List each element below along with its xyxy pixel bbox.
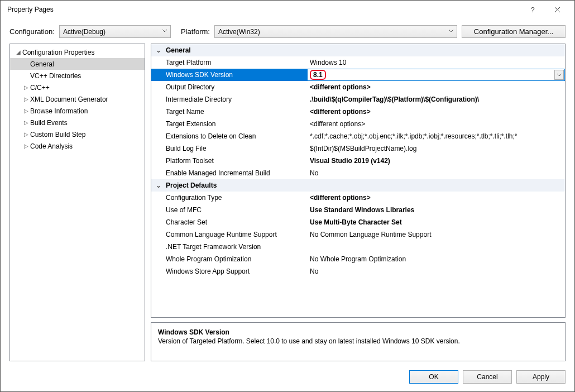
svg-text:?: ? <box>531 6 535 13</box>
expand-icon: ▷ <box>22 108 30 114</box>
property-value[interactable]: 8.1 <box>308 69 564 80</box>
property-label: Build Log File <box>151 145 308 152</box>
expand-icon: ▷ <box>22 96 30 102</box>
info-title: Windows SDK Version <box>158 328 558 336</box>
property-row[interactable]: Windows SDK Version8.1 <box>151 69 565 81</box>
property-label: Platform Toolset <box>151 157 308 165</box>
property-row[interactable]: Target Name<different options> <box>151 106 565 118</box>
info-description: Version of Targeted Platform. Select 10.… <box>158 337 558 345</box>
section-header[interactable]: ⌄General <box>151 44 565 56</box>
chevron-down-icon: ⌄ <box>151 46 166 54</box>
property-label: Common Language Runtime Support <box>151 231 308 238</box>
close-button[interactable] <box>545 2 570 17</box>
property-row[interactable]: Target PlatformWindows 10 <box>151 56 565 69</box>
configuration-select[interactable]: Active(Debug) <box>59 25 171 38</box>
tree-item[interactable]: ▷Custom Build Step <box>10 128 145 140</box>
info-panel: Windows SDK Version Version of Targeted … <box>151 322 566 361</box>
collapse-icon: ◢ <box>15 49 22 55</box>
property-label: Target Name <box>151 108 308 116</box>
property-value[interactable]: No Common Language Runtime Support <box>308 231 565 238</box>
configuration-label: Configuration: <box>9 27 55 36</box>
property-value[interactable]: Windows 10 <box>308 59 565 66</box>
expand-icon: ▷ <box>22 84 30 90</box>
property-label: Target Extension <box>151 120 308 128</box>
property-value[interactable]: No Whole Program Optimization <box>308 255 565 263</box>
dialog-buttons: OK Cancel Apply <box>1 366 574 391</box>
apply-button[interactable]: Apply <box>516 370 566 384</box>
chevron-down-icon: ⌄ <box>151 181 166 189</box>
expand-icon: ▷ <box>22 119 30 126</box>
tree-view[interactable]: ◢ Configuration Properties GeneralVC++ D… <box>9 44 145 361</box>
expand-icon: ▷ <box>22 143 30 149</box>
property-label: Extensions to Delete on Clean <box>151 132 308 140</box>
configuration-manager-button[interactable]: Configuration Manager... <box>462 25 566 38</box>
property-grid[interactable]: ⌄GeneralTarget PlatformWindows 10Windows… <box>151 44 566 318</box>
property-label: Windows Store App Support <box>151 267 308 275</box>
property-label: Windows SDK Version <box>151 71 308 79</box>
chevron-down-icon <box>449 28 453 33</box>
property-label: Use of MFC <box>151 206 308 214</box>
property-row[interactable]: Configuration Type<different options> <box>151 192 565 204</box>
property-row[interactable]: Windows Store App SupportNo <box>151 265 565 278</box>
property-value[interactable]: <different options> <box>308 194 565 202</box>
property-label: .NET Target Framework Version <box>151 243 308 251</box>
property-label: Target Platform <box>151 59 308 66</box>
help-button[interactable]: ? <box>520 2 545 17</box>
property-label: Configuration Type <box>151 194 308 202</box>
property-row[interactable]: Target Extension<different options> <box>151 118 565 130</box>
property-value[interactable]: No <box>308 267 565 275</box>
property-row[interactable]: Common Language Runtime SupportNo Common… <box>151 228 565 241</box>
tree-item[interactable]: ▷Browse Information <box>10 105 145 117</box>
tree-item[interactable]: ▷Build Events <box>10 117 145 128</box>
expand-icon: ▷ <box>22 131 30 137</box>
property-label: Output Directory <box>151 83 308 91</box>
property-row[interactable]: Platform ToolsetVisual Studio 2019 (v142… <box>151 155 565 167</box>
toolbar: Configuration: Active(Debug) Platform: A… <box>1 18 574 44</box>
tree-item[interactable]: ▷C/C++ <box>10 82 145 93</box>
property-label: Intermediate Directory <box>151 95 308 103</box>
cancel-button[interactable]: Cancel <box>463 370 512 384</box>
ok-button[interactable]: OK <box>409 370 458 384</box>
property-row[interactable]: Extensions to Delete on Clean*.cdf;*.cac… <box>151 130 565 142</box>
tree-item[interactable]: ▷Code Analysis <box>10 140 145 152</box>
property-value[interactable]: No <box>308 169 565 177</box>
section-header[interactable]: ⌄Project Defaults <box>151 179 565 192</box>
property-value[interactable]: Use Standard Windows Libraries <box>308 206 565 214</box>
title-bar: Property Pages ? <box>1 1 574 18</box>
platform-label: Platform: <box>181 27 210 36</box>
property-value[interactable]: $(IntDir)$(MSBuildProjectName).log <box>308 145 565 152</box>
property-value[interactable]: Visual Studio 2019 (v142) <box>308 157 565 165</box>
property-row[interactable]: Whole Program OptimizationNo Whole Progr… <box>151 253 565 265</box>
chevron-down-icon <box>162 28 167 33</box>
property-value[interactable]: *.cdf;*.cache;*.obj;*.obj.enc;*.ilk;*.ip… <box>308 132 565 140</box>
property-row[interactable]: Enable Managed Incremental BuildNo <box>151 167 565 179</box>
tree-item[interactable]: General <box>10 58 145 70</box>
property-row[interactable]: Build Log File$(IntDir)$(MSBuildProjectN… <box>151 142 565 155</box>
property-row[interactable]: .NET Target Framework Version <box>151 241 565 253</box>
property-label: Enable Managed Incremental Build <box>151 169 308 177</box>
tree-root[interactable]: ◢ Configuration Properties <box>10 46 145 58</box>
property-label: Whole Program Optimization <box>151 255 308 263</box>
property-value[interactable]: <different options> <box>308 120 565 128</box>
property-value[interactable]: <different options> <box>308 83 565 91</box>
property-row[interactable]: Use of MFCUse Standard Windows Libraries <box>151 204 565 216</box>
tree-item[interactable]: VC++ Directories <box>10 70 145 82</box>
property-row[interactable]: Output Directory<different options> <box>151 81 565 93</box>
property-value[interactable]: Use Multi-Byte Character Set <box>308 218 565 226</box>
property-row[interactable]: Character SetUse Multi-Byte Character Se… <box>151 216 565 228</box>
property-row[interactable]: Intermediate Directory.\build\$(qlCompil… <box>151 93 565 106</box>
property-label: Character Set <box>151 218 308 226</box>
dropdown-button[interactable] <box>554 70 564 80</box>
property-value[interactable]: <different options> <box>308 108 565 116</box>
platform-select[interactable]: Active(Win32) <box>214 25 457 38</box>
window-title: Property Pages <box>5 6 520 13</box>
property-value[interactable]: .\build\$(qlCompilerTag)\$(Platform)\$(C… <box>308 95 565 103</box>
tree-item[interactable]: ▷XML Document Generator <box>10 93 145 105</box>
